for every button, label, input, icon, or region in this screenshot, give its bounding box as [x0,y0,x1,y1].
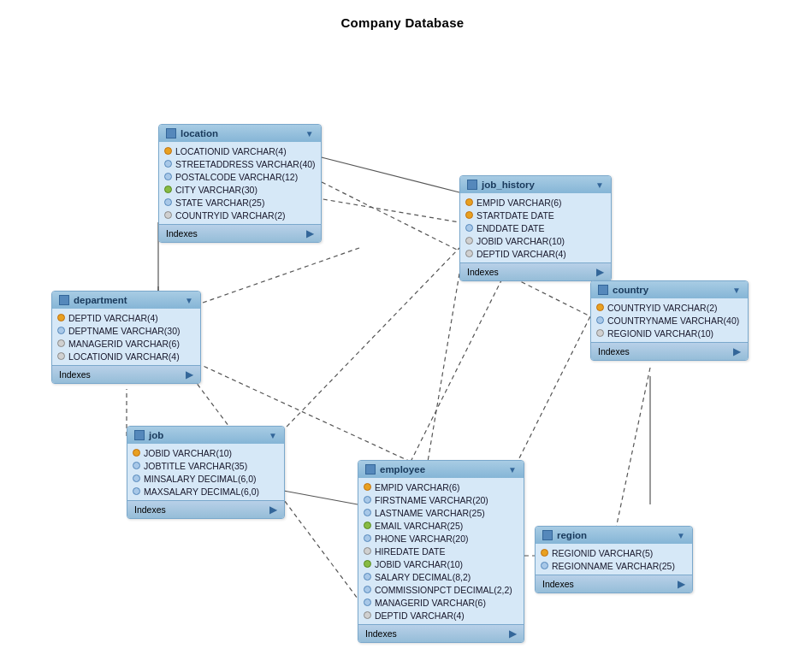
footer-region-label: Indexes [542,579,574,589]
field-commissionpct: COMMISSIONPCT DECIMAL(2,2) [358,583,524,596]
field-enddate: ENDDATE DATE [460,221,611,234]
field-countryid-loc: COUNTRYID VARCHAR(2) [159,209,321,221]
footer-location-label: Indexes [166,228,198,239]
table-country-footer[interactable]: Indexes ▶ [591,342,748,360]
table-country-expand[interactable]: ▼ [732,286,741,295]
table-job-footer[interactable]: Indexes ▶ [127,500,284,518]
field-city: CITY VARCHAR(30) [159,183,321,196]
table-icon-employee [365,464,376,475]
field-hiredate: HIREDATE DATE [358,545,524,557]
table-icon-department [59,295,69,305]
icon-regular-minsalary [133,475,140,482]
field-postalcode: POSTALCODE VARCHAR(12) [159,170,321,183]
table-location-expand[interactable]: ▼ [305,129,314,139]
footer-location-arrow: ▶ [306,227,314,239]
table-department-expand[interactable]: ▼ [185,296,193,305]
icon-fk-jobid-jh [465,237,473,245]
table-employee-name: employee [380,464,425,475]
icon-pk-countryid [596,304,604,311]
field-maxsalary: MAXSALARY DECIMAL(6,0) [127,485,284,498]
table-employee[interactable]: employee ▼ EMPID VARCHAR(6) FIRSTNAME VA… [358,460,524,643]
svg-line-9 [509,316,590,479]
table-location-header: location ▼ [159,125,321,142]
field-deptname: DEPTNAME VARCHAR(30) [52,324,200,337]
footer-region-arrow: ▶ [678,578,685,590]
table-location-name: location [181,128,218,139]
footer-employee-label: Indexes [365,628,397,639]
footer-department-arrow: ▶ [186,368,193,380]
table-department[interactable]: department ▼ DEPTID VARCHAR(4) DEPTNAME … [51,291,201,384]
table-region[interactable]: region ▼ REGIONID VARCHAR(5) REGIONNAME … [535,526,693,593]
table-job-history-name: job_history [482,180,535,190]
icon-regular-firstname [364,496,371,504]
table-job-history-footer[interactable]: Indexes ▶ [460,262,611,280]
field-countryid: COUNTRYID VARCHAR(2) [591,301,748,314]
icon-regular-deptname [57,327,65,334]
svg-line-3 [188,248,359,308]
field-regionname: REGIONNAME VARCHAR(25) [536,559,692,572]
icon-notnull-jobid-emp [364,560,371,568]
table-employee-header: employee ▼ [358,461,524,478]
table-location-body: LOCATIONID VARCHAR(4) STREETADDRESS VARC… [159,142,321,224]
field-jobid-jh: JOBID VARCHAR(10) [460,234,611,247]
icon-regular-jobtitle [133,462,140,469]
field-lastname: LASTNAME VARCHAR(25) [358,506,524,519]
table-employee-footer[interactable]: Indexes ▶ [358,624,524,642]
table-employee-body: EMPID VARCHAR(6) FIRSTNAME VARCHAR(20) L… [358,478,524,624]
table-job-history-header: job_history ▼ [460,176,611,193]
table-job-expand[interactable]: ▼ [269,431,277,440]
table-job-header: job ▼ [127,427,284,444]
icon-pk-empid-emp [364,483,371,491]
field-streetaddress: STREETADDRESS VARCHAR(40) [159,157,321,170]
table-region-footer[interactable]: Indexes ▶ [536,575,692,592]
icon-regular-enddate [465,224,473,232]
field-email: EMAIL VARCHAR(25) [358,519,524,532]
table-job-name: job [149,430,163,440]
table-icon-region [542,530,553,540]
table-location-footer[interactable]: Indexes ▶ [159,224,321,242]
field-startdate: STARTDATE DATE [460,209,611,221]
icon-regular-managerid-emp [364,598,371,606]
table-region-name: region [557,530,587,540]
icon-fk-regionid-c [596,329,604,337]
icon-pk-locationid [164,147,172,155]
icon-regular-state [164,198,172,206]
icon-pk-regionid [541,549,548,557]
field-regionid: REGIONID VARCHAR(5) [536,546,692,559]
field-minsalary: MINSALARY DECIMAL(6,0) [127,472,284,485]
icon-fk-hiredate [364,547,371,555]
field-firstname: FIRSTNAME VARCHAR(20) [358,493,524,506]
field-jobid: JOBID VARCHAR(10) [127,446,284,459]
svg-line-16 [411,274,505,462]
table-department-footer[interactable]: Indexes ▶ [52,365,200,383]
table-location[interactable]: location ▼ LOCATIONID VARCHAR(4) STREETA… [158,124,322,243]
table-job[interactable]: job ▼ JOBID VARCHAR(10) JOBTITLE VARCHAR… [127,426,285,519]
field-jobtitle: JOBTITLE VARCHAR(35) [127,459,284,472]
table-department-header: department ▼ [52,292,200,309]
icon-notnull-email [364,522,371,529]
table-country[interactable]: country ▼ COUNTRYID VARCHAR(2) COUNTRYNA… [590,280,749,361]
table-icon-location [166,128,176,139]
icon-regular-regionname [541,562,548,569]
icon-regular-countryname [596,316,604,324]
field-empid-jh: EMPID VARCHAR(6) [460,196,611,209]
svg-line-7 [616,368,650,528]
page-title: Company Database [0,0,805,30]
field-phone: PHONE VARCHAR(20) [358,532,524,545]
table-region-header: region ▼ [536,527,692,544]
footer-job-history-label: Indexes [467,267,499,277]
svg-line-10 [265,248,459,449]
icon-pk-jobid [133,449,140,457]
table-job-history[interactable]: job_history ▼ EMPID VARCHAR(6) STARTDATE… [459,175,612,281]
diagram-area: location ▼ LOCATIONID VARCHAR(4) STREETA… [0,43,805,672]
table-region-expand[interactable]: ▼ [677,531,685,540]
table-icon-job-history [467,180,477,190]
table-country-name: country [613,285,648,295]
table-job-history-expand[interactable]: ▼ [595,180,604,190]
table-job-body: JOBID VARCHAR(10) JOBTITLE VARCHAR(35) M… [127,444,284,500]
field-regionid-c: REGIONID VARCHAR(10) [591,327,748,339]
field-deptid-jh: DEPTID VARCHAR(4) [460,247,611,260]
svg-line-6 [428,274,459,462]
table-country-header: country ▼ [591,281,748,298]
table-employee-expand[interactable]: ▼ [508,465,517,475]
